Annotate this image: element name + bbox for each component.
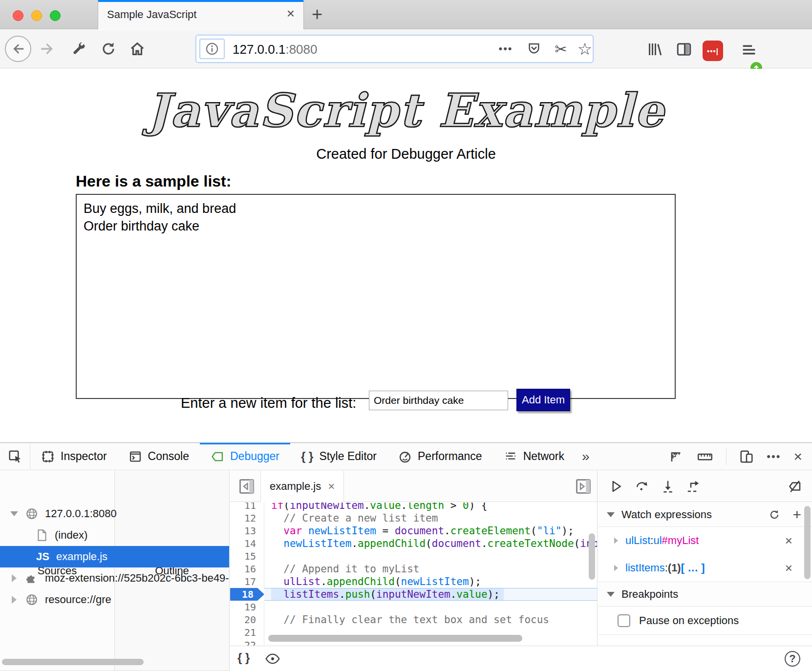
forward-button[interactable] [39, 41, 56, 57]
line-number[interactable]: 12 [230, 512, 264, 524]
minimize-window-button[interactable] [31, 10, 42, 21]
help-button[interactable]: ? [785, 651, 800, 667]
breakpoints-header[interactable]: Breakpoints [598, 582, 812, 607]
code-line[interactable]: // Append it to myList [264, 563, 597, 575]
code-line[interactable] [264, 550, 597, 563]
tab-style-editor[interactable]: { } Style Editor [290, 443, 387, 470]
step-in-button[interactable] [661, 479, 675, 494]
tab-console[interactable]: Console [118, 443, 200, 470]
preview-eye-icon[interactable] [265, 652, 280, 665]
refresh-watch-icon[interactable] [768, 508, 781, 521]
pick-element-button[interactable] [0, 443, 30, 470]
line-number[interactable]: 16 [230, 563, 264, 575]
chevron-down-icon[interactable] [10, 511, 18, 516]
devtools-toolbar: Inspector Console Debugger { } Style Edi… [0, 443, 812, 470]
bookmark-star-icon[interactable]: ☆ [574, 36, 596, 62]
password-manager-extension-button[interactable]: •••| [703, 41, 723, 61]
disable-breakpoints-button[interactable] [787, 479, 803, 494]
line-number[interactable]: 22 [230, 639, 264, 646]
url-bar[interactable]: 127.0.0.1:8080 ••• ✂ ☆ [195, 35, 594, 63]
browser-tab[interactable]: Sample JavaScript × [98, 0, 304, 29]
step-out-button[interactable] [686, 479, 701, 494]
new-item-input[interactable] [369, 391, 508, 410]
tab-performance[interactable]: Performance [387, 443, 493, 470]
tab-network[interactable]: Network [493, 443, 575, 470]
expand-panel-button[interactable] [575, 478, 592, 495]
editor-tab-example-js[interactable]: example.js × [260, 471, 344, 502]
more-tabs-button[interactable]: » [575, 443, 597, 470]
tree-item-index[interactable]: (index) [0, 524, 229, 546]
line-number[interactable]: 14 [230, 537, 264, 550]
pause-on-exceptions-row[interactable]: Pause on exceptions [598, 607, 812, 635]
tab-close-icon[interactable]: × [287, 6, 295, 21]
devtools-close-button[interactable]: × [793, 448, 802, 465]
add-watch-expression-icon[interactable]: + [792, 506, 801, 523]
globe-icon [25, 593, 38, 606]
page-actions-button[interactable]: ••• [494, 36, 517, 62]
step-over-button[interactable] [634, 479, 650, 494]
responsive-design-icon[interactable] [739, 449, 754, 464]
line-number[interactable]: 11 [230, 503, 264, 512]
developer-tools-button[interactable] [71, 41, 87, 57]
site-identity-box[interactable] [199, 39, 225, 59]
pause-on-exceptions-checkbox[interactable] [618, 614, 630, 627]
menu-button[interactable] [740, 42, 758, 58]
chevron-right-icon[interactable] [614, 565, 618, 571]
tree-item-example-js[interactable]: JS example.js [0, 546, 229, 567]
code-line[interactable]: // Create a new list item [264, 512, 597, 524]
code-line-paused[interactable]: listItems.push(inputNewItem.value); [264, 588, 597, 601]
sidebar-toggle-button[interactable] [675, 41, 693, 58]
reload-button[interactable] [101, 41, 116, 57]
code-line[interactable]: if(inputNewItem.value.length > 0) { [264, 503, 597, 512]
url-text[interactable]: 127.0.0.1:8080 [233, 42, 318, 57]
pocket-button[interactable] [523, 36, 545, 62]
measuring-tool-icon[interactable] [669, 449, 684, 464]
collapse-sources-button[interactable] [238, 478, 256, 495]
chevron-down-icon[interactable] [607, 512, 615, 517]
devtools-menu-button[interactable]: ••• [767, 450, 781, 463]
code-line[interactable]: var newListItem = document.createElement… [264, 524, 597, 537]
tree-item-resource-gre[interactable]: resource://gre [0, 589, 229, 610]
tab-debugger[interactable]: Debugger [200, 443, 290, 470]
watch-expressions-header[interactable]: Watch expressions + [598, 503, 812, 527]
breakpoint-line-number[interactable]: 18 [230, 588, 264, 601]
watch-row-ullist[interactable]: ulList: ul#myList × [598, 527, 812, 554]
library-button[interactable] [646, 41, 663, 58]
home-button[interactable] [129, 41, 146, 57]
code-line[interactable]: newListItem.appendChild(document.createT… [264, 537, 597, 550]
line-number[interactable]: 13 [230, 524, 264, 537]
line-number[interactable]: 15 [230, 550, 264, 563]
chevron-right-icon[interactable] [12, 596, 17, 604]
maximize-window-button[interactable] [50, 10, 61, 21]
chevron-right-icon[interactable] [614, 538, 618, 544]
line-number[interactable]: 17 [230, 575, 264, 588]
code-line[interactable] [264, 601, 597, 613]
resume-button[interactable] [609, 479, 623, 494]
code-line[interactable]: // Finally clear the text box and set fo… [264, 613, 597, 626]
tree-item-host[interactable]: 127.0.0.1:8080 [0, 503, 229, 524]
tree-item-moz-extension[interactable]: moz-extension://525b202c-6bc3-be49- [0, 567, 229, 589]
code-editor[interactable]: 111213141516171819202122 if(inputNewItem… [230, 503, 597, 646]
right-pane-scrollbar[interactable] [804, 506, 811, 579]
sources-horizontal-scrollbar[interactable] [2, 659, 144, 665]
close-window-button[interactable] [13, 10, 23, 21]
add-item-button[interactable]: Add Item [516, 389, 570, 411]
editor-vertical-scrollbar[interactable] [589, 533, 595, 580]
editor-tab-close-icon[interactable]: × [328, 480, 335, 493]
chevron-right-icon[interactable] [12, 574, 17, 582]
new-tab-button[interactable]: + [312, 4, 322, 25]
line-number[interactable]: 20 [230, 613, 264, 626]
chevron-down-icon[interactable] [607, 592, 615, 597]
line-number[interactable]: 21 [230, 626, 264, 639]
pretty-print-button[interactable]: { } [237, 651, 250, 665]
code-line[interactable]: ulList.appendChild(newListItem); [264, 575, 597, 588]
watch-row-listitems[interactable]: listItems: (1) [ … ] × [598, 554, 812, 582]
ruler-icon[interactable] [697, 449, 713, 464]
screenshot-button[interactable]: ✂ [548, 36, 574, 62]
tab-inspector[interactable]: Inspector [30, 443, 118, 470]
line-number[interactable]: 19 [230, 601, 264, 613]
url-host: 127.0.0.1 [233, 42, 285, 57]
editor-horizontal-scrollbar[interactable] [268, 635, 522, 642]
watch-value-count: (1) [668, 562, 681, 574]
back-button[interactable] [5, 36, 31, 62]
